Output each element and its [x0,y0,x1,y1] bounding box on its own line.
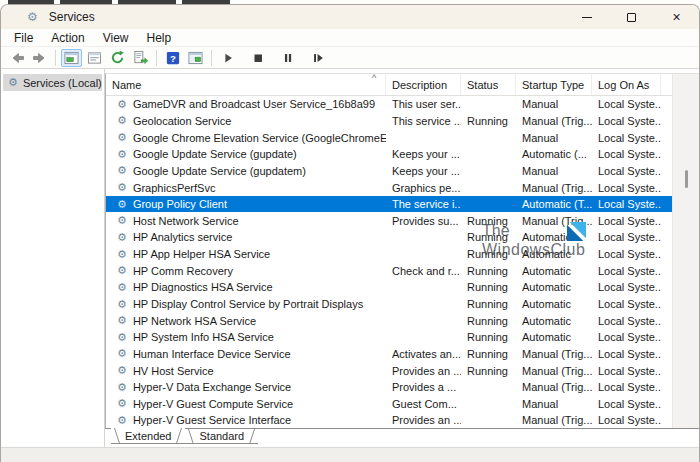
export-list-button[interactable] [130,49,151,67]
forward-button[interactable] [29,49,50,67]
column-header-status[interactable]: Status [461,74,516,95]
column-header-description[interactable]: Description [386,74,461,95]
service-row[interactable]: ⚙Human Interface Device ServiceActivates… [106,346,672,363]
start-service-button[interactable] [217,49,238,67]
service-status: Running [461,265,516,277]
service-name: Group Policy Client [133,198,227,210]
service-name-cell: ⚙GraphicsPerfSvc [106,182,386,194]
sort-asc-icon: ^ [372,73,376,83]
service-startup-type: Manual [516,98,592,110]
service-row[interactable]: ⚙Group Policy ClientThe service i...Auto… [106,196,672,213]
gear-icon: ⚙ [117,182,127,193]
service-row[interactable]: ⚙HP Network HSA ServiceRunningAutomaticL… [106,312,672,329]
tab-standard[interactable]: Standard [185,429,258,444]
refresh-button[interactable] [107,49,128,67]
minimize-icon [582,17,592,18]
stop-service-button[interactable] [247,49,268,67]
service-row[interactable]: ⚙HV Host ServiceProvides an ...RunningMa… [106,362,672,379]
tab-extended[interactable]: Extended [111,428,185,444]
service-name-cell: ⚙Google Update Service (gupdate) [106,148,386,160]
service-startup-type: Automatic (T... [516,198,592,210]
show-console-tree-button[interactable] [61,49,82,67]
service-log-on-as: Local Syste... [592,265,661,277]
services-gear-icon: ⚙ [27,11,38,23]
service-row[interactable]: ⚙Hyper-V Guest Compute ServiceGuest Com.… [106,396,672,413]
service-startup-type: Manual (Trig... [516,215,592,227]
service-startup-type: Manual (Trig... [516,365,592,377]
service-startup-type: Automatic [516,331,592,343]
service-log-on-as: Local Syste... [592,248,661,260]
properties-button[interactable] [84,49,105,67]
menu-file[interactable]: File [5,31,42,45]
column-header-name[interactable]: Name [106,74,386,95]
service-row[interactable]: ⚙HP Analytics serviceRunningAutomaticLoc… [106,229,672,246]
vertical-scrollbar[interactable] [672,74,699,428]
restart-service-button[interactable] [307,49,328,67]
service-name-cell: ⚙HP Analytics service [106,231,386,243]
sidebar-item-services-local[interactable]: ⚙ Services (Local) [3,74,102,91]
service-startup-type: Automatic (... [516,148,592,160]
service-startup-type: Manual [516,132,592,144]
service-name-cell: ⚙GameDVR and Broadcast User Service_16b8… [106,98,386,110]
gear-icon: ⚙ [117,199,127,210]
gear-icon: ⚙ [8,77,18,88]
maximize-button[interactable] [609,5,654,29]
service-row[interactable]: ⚙Google Update Service (gupdate)Keeps yo… [106,146,672,163]
gear-icon: ⚙ [117,165,127,176]
gear-icon: ⚙ [117,115,127,126]
help-button[interactable]: ? [162,49,183,67]
service-name: Google Update Service (gupdatem) [133,165,306,177]
service-name: Google Update Service (gupdate) [133,148,297,160]
service-row[interactable]: ⚙HP Diagnostics HSA ServiceRunningAutoma… [106,279,672,296]
back-icon [9,50,25,66]
service-log-on-as: Local Syste... [592,115,661,127]
service-row[interactable]: ⚙GraphicsPerfSvcGraphics pe...Manual (Tr… [106,179,672,196]
service-status: Running [461,215,516,227]
service-name-cell: ⚙Hyper-V Guest Service Interface [106,414,386,426]
view-tabbar: Extended Standard [105,429,699,445]
service-name: Hyper-V Data Exchange Service [133,381,291,393]
service-row[interactable]: ⚙GameDVR and Broadcast User Service_16b8… [106,96,672,113]
service-row[interactable]: ⚙Hyper-V Guest Service InterfaceProvides… [106,412,672,429]
service-description: Provides su... [386,215,461,227]
close-button[interactable]: × [654,5,699,29]
stop-service-icon [251,51,265,65]
window-bottom-strip [1,447,699,462]
extended-view-button[interactable] [185,49,206,67]
service-log-on-as: Local Syste... [592,231,661,243]
service-row[interactable]: ⚙Google Update Service (gupdatem)Keeps y… [106,163,672,180]
minimize-button[interactable] [564,5,609,29]
gear-icon: ⚙ [117,299,127,310]
scrollbar-thumb[interactable] [685,170,688,188]
service-name-cell: ⚙Host Network Service [106,215,386,227]
service-row[interactable]: ⚙HP System Info HSA ServiceRunningAutoma… [106,329,672,346]
back-button[interactable] [6,49,27,67]
gear-icon: ⚙ [117,332,127,343]
service-description: This user ser... [386,98,461,110]
menu-view[interactable]: View [94,31,138,45]
services-list-panel: ^ Name Description Status Startup Type L… [105,69,699,447]
column-header-log-on-as[interactable]: Log On As [592,74,661,95]
service-name: Host Network Service [133,215,239,227]
start-service-icon [221,51,235,65]
service-row[interactable]: ⚙HP Comm RecoveryCheck and r...RunningAu… [106,262,672,279]
service-description: Graphics pe... [386,182,461,194]
service-row[interactable]: ⚙Host Network ServiceProvides su...Runni… [106,212,672,229]
service-startup-type: Manual (Trig... [516,381,592,393]
menu-action[interactable]: Action [42,31,93,45]
service-name-cell: ⚙HP Network HSA Service [106,315,386,327]
service-description: Activates an... [386,348,461,360]
menu-help[interactable]: Help [138,31,181,45]
service-row[interactable]: ⚙Hyper-V Data Exchange ServiceProvides a… [106,379,672,396]
service-status: Running [461,331,516,343]
service-description: Check and r... [386,265,461,277]
column-header-startup-type[interactable]: Startup Type [516,74,592,95]
service-row[interactable]: ⚙Geolocation ServiceThis service ...Runn… [106,113,672,130]
service-row[interactable]: ⚙Google Chrome Elevation Service (Google… [106,129,672,146]
pause-service-button[interactable] [277,49,298,67]
service-row[interactable]: ⚙HP Display Control Service by Portrait … [106,296,672,313]
service-startup-type: Manual (Trig... [516,115,592,127]
service-row[interactable]: ⚙HP App Helper HSA ServiceRunningAutomat… [106,246,672,263]
service-log-on-as: Local Syste... [592,381,661,393]
gear-icon: ⚙ [117,398,127,409]
